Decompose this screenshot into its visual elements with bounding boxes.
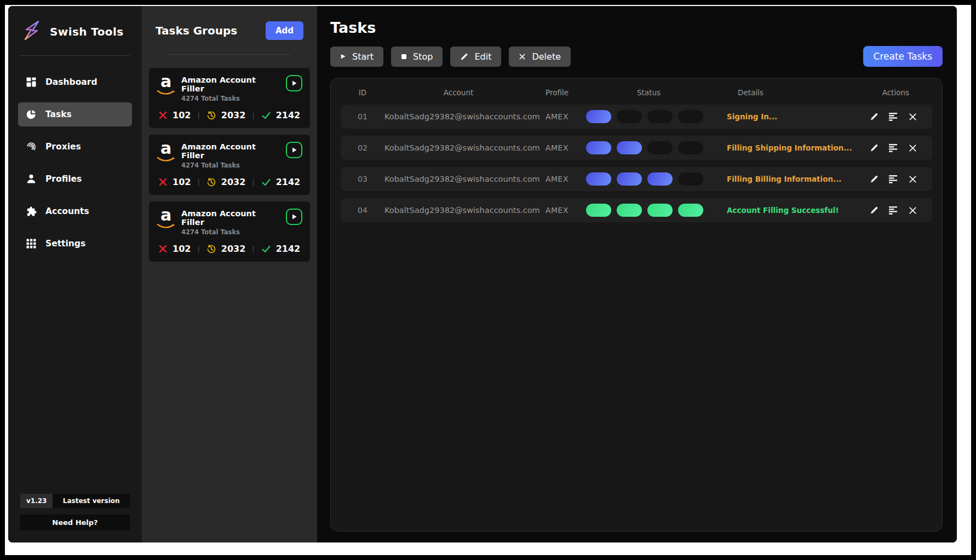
- sidebar-item-label: Proxies: [45, 142, 81, 152]
- sidebar-item-dashboard[interactable]: Dashboard: [18, 70, 132, 94]
- task-group-card[interactable]: a Amazon Account Filler 4274 Total Tasks…: [149, 68, 310, 128]
- failed-x-icon: [158, 244, 168, 253]
- failed-x-icon: [158, 177, 168, 187]
- progress-pill: [586, 141, 611, 154]
- status-detail-text: Signing In...: [716, 112, 853, 121]
- tasks-toolbar: Start Stop Edit Delete Create Tasks: [330, 46, 943, 67]
- task-groups-divider: [168, 54, 290, 55]
- tasks-table-panel: ID Account Profile Status Details Action…: [330, 78, 943, 532]
- progress-pill: [647, 141, 673, 154]
- success-check-icon: [261, 244, 271, 254]
- x-icon: [519, 53, 526, 60]
- group-total-tasks: 4274 Total Tasks: [181, 228, 280, 236]
- group-stats: 102 | 2032 | 2142: [157, 177, 302, 187]
- task-group-card[interactable]: a Amazon Account Filler 4274 Total Tasks…: [149, 135, 310, 195]
- edit-button[interactable]: Edit: [450, 47, 501, 67]
- main-content: Tasks Start Stop Edit Delete Create Task…: [317, 6, 957, 542]
- status-progress-pills: [582, 172, 716, 186]
- cancel-task-icon[interactable]: [909, 206, 917, 215]
- failed-count: 102: [173, 177, 191, 187]
- status-detail-text: Filling Shipping Information...: [716, 143, 853, 152]
- progress-pill: [586, 172, 611, 186]
- edit-task-icon[interactable]: [870, 112, 879, 121]
- edit-task-icon[interactable]: [870, 175, 879, 183]
- table-row[interactable]: 04 KobaltSadg29382@swishaccounts.com AME…: [341, 198, 932, 222]
- pending-clock-icon: [206, 111, 216, 120]
- group-name: Amazon Account Filler: [181, 76, 280, 93]
- status-progress-pills: [582, 110, 716, 123]
- run-group-button[interactable]: [286, 142, 302, 158]
- sidebar-item-label: Accounts: [45, 206, 89, 216]
- amazon-icon: a: [157, 209, 175, 232]
- group-stats: 102 | 2032 | 2142: [157, 110, 302, 120]
- header-id: ID: [341, 88, 384, 97]
- sidebar-footer: v1.23 Lastest version Need Help?: [18, 494, 132, 530]
- sidebar-item-tasks[interactable]: Tasks: [18, 102, 132, 126]
- header-profile: Profile: [532, 88, 582, 97]
- amazon-icon: a: [157, 142, 175, 165]
- play-icon: [291, 80, 297, 86]
- app-window: Swish Tools Dashboard Tasks: [8, 6, 957, 542]
- version-status: Lastest version: [53, 494, 130, 508]
- run-group-button[interactable]: [286, 209, 302, 225]
- task-groups-header: Tasks Groups Add: [149, 18, 310, 40]
- need-help-button[interactable]: Need Help?: [20, 515, 130, 530]
- failed-count: 102: [173, 110, 191, 120]
- edit-task-icon[interactable]: [870, 143, 879, 152]
- delete-button[interactable]: Delete: [509, 47, 571, 67]
- sidebar-item-label: Profiles: [45, 174, 82, 184]
- sidebar-item-settings[interactable]: Settings: [18, 232, 132, 256]
- progress-pill: [617, 172, 642, 186]
- stop-button[interactable]: Stop: [391, 47, 443, 67]
- success-check-icon: [261, 177, 271, 187]
- table-row[interactable]: 01 KobaltSadg29382@swishaccounts.com AME…: [341, 105, 932, 129]
- sidebar-item-label: Settings: [45, 239, 85, 249]
- sidebar-item-proxies[interactable]: Proxies: [18, 135, 132, 159]
- add-group-button[interactable]: Add: [266, 21, 303, 40]
- header-status: Status: [582, 88, 716, 97]
- sidebar-item-profiles[interactable]: Profiles: [18, 167, 132, 191]
- header-details: Details: [716, 88, 853, 97]
- pending-count: 2032: [221, 110, 246, 120]
- progress-pill: [678, 141, 703, 154]
- progress-pill: [617, 204, 642, 217]
- status-progress-pills: [582, 204, 716, 217]
- task-log-icon[interactable]: [889, 113, 898, 121]
- sidebar-item-accounts[interactable]: Accounts: [18, 199, 132, 223]
- task-log-icon[interactable]: [889, 175, 898, 183]
- failed-x-icon: [158, 111, 168, 120]
- progress-pill: [617, 110, 642, 123]
- cancel-task-icon[interactable]: [909, 175, 917, 183]
- start-button[interactable]: Start: [330, 47, 383, 67]
- cancel-task-icon[interactable]: [909, 113, 917, 121]
- task-log-icon[interactable]: [889, 206, 898, 215]
- create-tasks-button[interactable]: Create Tasks: [863, 46, 943, 67]
- status-detail-text: Filling Billing Information...: [716, 175, 853, 183]
- brand-name: Swish Tools: [50, 25, 123, 38]
- cancel-task-icon[interactable]: [909, 144, 917, 152]
- task-log-icon[interactable]: [889, 144, 898, 152]
- progress-pill: [678, 110, 703, 123]
- progress-pill: [617, 141, 642, 154]
- fingerprint-icon: [26, 141, 37, 152]
- swish-bolt-logo-icon: [20, 19, 43, 44]
- dashboard-icon: [26, 77, 37, 88]
- task-group-card[interactable]: a Amazon Account Filler 4274 Total Tasks…: [149, 201, 310, 262]
- person-icon: [26, 174, 37, 184]
- table-row[interactable]: 02 KobaltSadg29382@swishaccounts.com AME…: [341, 136, 932, 160]
- table-row[interactable]: 03 KobaltSadg29382@swishaccounts.com AME…: [341, 167, 932, 191]
- puzzle-icon: [26, 206, 37, 217]
- success-count: 2142: [276, 244, 301, 254]
- amazon-icon: a: [157, 75, 175, 98]
- run-group-button[interactable]: [286, 75, 302, 91]
- play-icon: [291, 147, 297, 153]
- success-check-icon: [261, 111, 271, 120]
- progress-pill: [647, 172, 673, 186]
- sidebar-divider: [20, 55, 130, 56]
- sidebar-item-label: Tasks: [45, 109, 72, 119]
- success-count: 2142: [276, 177, 301, 187]
- group-name: Amazon Account Filler: [181, 142, 280, 160]
- sidebar-item-label: Dashboard: [45, 77, 97, 87]
- group-stats: 102 | 2032 | 2142: [157, 244, 302, 254]
- edit-task-icon[interactable]: [870, 206, 879, 215]
